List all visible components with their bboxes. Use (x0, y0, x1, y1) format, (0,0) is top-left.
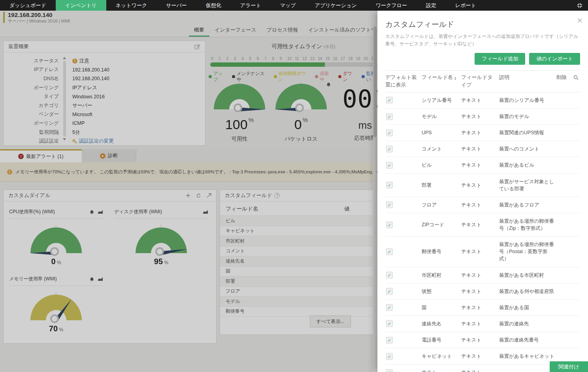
field-description: 装置がある市区町村 (499, 267, 556, 283)
gauge-pivot (155, 247, 164, 256)
associate-button[interactable]: 関連付け (550, 361, 588, 372)
summary-scrollbar[interactable] (63, 57, 66, 141)
checkbox-checked[interactable]: ✓ (386, 288, 393, 295)
checkbox-checked[interactable]: ✓ (386, 97, 393, 103)
legend-label: 保留中 (320, 71, 333, 83)
diagnostics-label: 診断 (108, 152, 118, 159)
field-description: 装置関連のUPS情報 (499, 125, 556, 141)
checkbox-checked[interactable]: ✓ (386, 337, 393, 344)
nav-item[interactable]: アラート (231, 0, 271, 11)
field-name: テスト (422, 364, 461, 372)
timeline-hour: 1 (219, 56, 226, 61)
expand-icon[interactable] (207, 193, 211, 198)
checkbox-checked[interactable]: ✓ (386, 272, 393, 278)
nav-item[interactable]: ダッシュボード (0, 0, 56, 11)
timeline-hour: 3 (234, 56, 241, 61)
page-scrollbar[interactable] (373, 11, 377, 372)
tab-latest-alerts[interactable]: ! 最新アラート (1) (0, 149, 82, 162)
top-nav: ダッシュボードインベントリネットワークサーバー仮想化アラートマップアプリケーショ… (0, 0, 588, 11)
dial-value: 95 % (154, 257, 168, 266)
nav-item[interactable]: 設定 (416, 0, 446, 11)
nav-item[interactable]: マップ (271, 0, 305, 11)
checkbox-checked[interactable]: ✓ (386, 201, 393, 208)
dial-label: ディスク使用率 (WMI) (114, 209, 162, 215)
nav-item[interactable]: レポート (446, 0, 486, 11)
summary-row: ステータス!注意 (4, 56, 205, 66)
sort-icon[interactable]: ▲▼ (454, 77, 456, 81)
scroll-down-icon[interactable] (63, 138, 66, 141)
nav-item[interactable]: ネットワーク (106, 0, 157, 11)
help-icon[interactable]: ? (274, 193, 280, 198)
bell-icon[interactable] (89, 210, 94, 214)
tab-0[interactable]: 概要 (189, 24, 209, 37)
dial-gauge (136, 227, 187, 253)
scroll-up-icon[interactable] (63, 57, 66, 59)
dial-card-2: メモリー使用率 (WMI)70 % (4, 269, 109, 336)
alert-icon: ! (18, 154, 24, 159)
modal-title: カスタムフィールド (385, 19, 580, 30)
legend-dot (274, 75, 277, 78)
show-all-button[interactable]: すべて表示... (310, 316, 351, 327)
field-name: UPS (422, 125, 461, 141)
checkbox-checked[interactable]: ✓ (386, 353, 393, 360)
warning-icon: ! (7, 169, 12, 175)
summary-label: ポーリング (4, 85, 59, 91)
nav-item[interactable]: アプリケーション (305, 0, 366, 11)
checkbox-checked[interactable]: ✓ (386, 146, 393, 152)
tab-2[interactable]: プロセス情報 (262, 24, 303, 37)
app-window: { "nav": { "items": [ {"label":"ダッシュボード"… (0, 0, 588, 372)
nav-item[interactable]: 仮想化 (196, 0, 231, 11)
fields-table-body: ✓シリアル番号テキスト装置のシリアル番号✓モデルテキスト装置のモデル✓UPSテキ… (385, 92, 580, 372)
refresh-icon[interactable] (196, 193, 201, 198)
field-name: 国 (422, 299, 461, 316)
field-description: 装置があるキャビネット (499, 348, 556, 364)
chart-icon[interactable] (98, 277, 103, 282)
search-icon[interactable] (573, 75, 579, 80)
checkbox-checked[interactable]: ✓ (386, 304, 393, 311)
field-name: 電話番号 (422, 332, 461, 348)
field-description: 装置があるフロア (499, 197, 556, 213)
summary-value[interactable]: 認証設定の変更 (72, 138, 114, 145)
checkbox-checked[interactable]: ✓ (386, 222, 393, 228)
field-row-4: ✓ビルテキスト装置があるビル (385, 157, 580, 173)
field-name: モデル (422, 109, 461, 125)
kpi-row: 100% 可用性 0% パケットロス 001 ms 応答時間 (209, 84, 398, 143)
summary-label: 監視間隔 (4, 129, 59, 136)
tab-diagnostics[interactable]: ● 診断 (82, 149, 136, 162)
summary-label: 認証設定 (4, 138, 59, 145)
nav-item[interactable]: ワークフロー (366, 0, 416, 11)
close-icon[interactable]: × (577, 16, 582, 25)
checkbox-checked[interactable]: ✓ (386, 113, 393, 120)
checkbox-checked[interactable]: ✓ (386, 248, 393, 255)
device-subtitle: サーバー | Windows 2016 | WMI (8, 18, 70, 24)
collapse-icon[interactable] (571, 0, 588, 11)
custom-dials-title: カスタムダイアル (8, 192, 50, 199)
add-icon[interactable] (186, 193, 190, 198)
edit-icon[interactable] (194, 44, 200, 50)
tab-1[interactable]: インターフェース (209, 24, 262, 37)
chart-icon[interactable] (98, 210, 103, 214)
checkbox-checked[interactable]: ✓ (386, 162, 393, 169)
checkbox-checked[interactable]: ✓ (386, 369, 393, 372)
summary-value: 192.168.200.140 (72, 67, 109, 73)
field-description: 装置のモデル (499, 109, 556, 125)
field-row-3: ✓コメントテキスト装置へのコメント (385, 141, 580, 157)
dial-label: CPU使用率(%) (WMI) (9, 209, 55, 215)
chart-icon[interactable] (203, 210, 208, 214)
nav-item[interactable]: インベントリ (56, 0, 106, 11)
device-summary-panel: 装置概要 ステータス!注意IPアドレス192.168.200.140DNS名19… (3, 41, 205, 146)
import-values-button[interactable]: 値のインポート (529, 53, 580, 65)
field-row-13: ✓電話番号テキスト装置の連絡先番号 (385, 332, 580, 348)
timeline-hour: 2 (226, 56, 234, 61)
checkbox-checked[interactable]: ✓ (386, 182, 393, 188)
custom-fields-title: カスタムフィールド (225, 192, 272, 199)
checkbox-checked[interactable]: ✓ (386, 320, 393, 327)
add-field-button[interactable]: フィールド追加 (475, 53, 525, 65)
field-type: テキスト (461, 299, 499, 316)
summary-value: Microsoft (72, 112, 92, 117)
checkbox-checked[interactable]: ✓ (386, 130, 393, 136)
nav-item[interactable]: サーバー (156, 0, 196, 11)
timeline-hour: 10 (287, 56, 295, 61)
legend-dot (338, 75, 341, 78)
bell-icon[interactable] (89, 277, 94, 282)
